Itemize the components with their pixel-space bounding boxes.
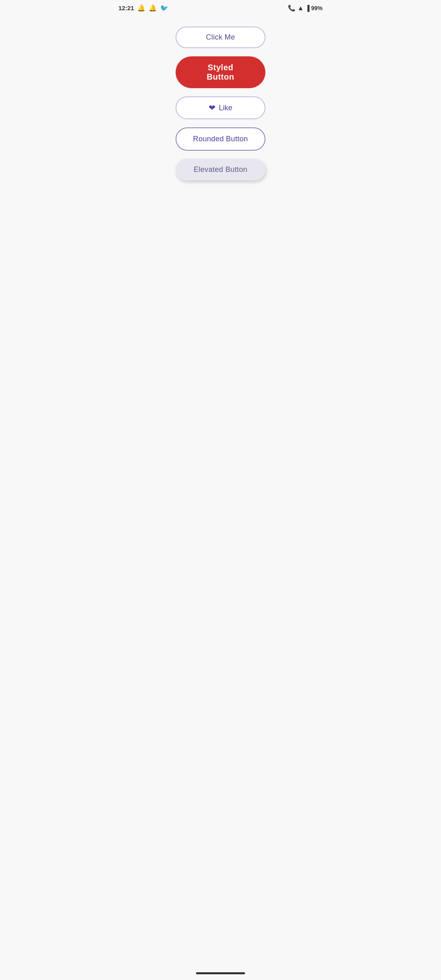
click-me-button[interactable]: Click Me — [176, 27, 265, 48]
notification-icon-2: 🔔 — [149, 4, 157, 12]
status-bar: 12:21 🔔 🔔 🐦 📞 ▲ ▐ 99% — [110, 0, 331, 14]
signal-icon: ▐ — [305, 5, 310, 11]
phone-icon: 📞 — [288, 4, 296, 12]
status-left: 12:21 🔔 🔔 🐦 — [118, 4, 168, 12]
status-time: 12:21 — [118, 4, 134, 11]
like-button-label: Like — [219, 104, 232, 112]
elevated-button[interactable]: Elevated Button — [176, 159, 265, 180]
buttons-container: Click Me Styled Button ❤ Like Rounded Bu… — [110, 14, 331, 197]
styled-button[interactable]: Styled Button — [176, 56, 265, 88]
like-button[interactable]: ❤ Like — [176, 96, 265, 119]
bottom-bar — [110, 968, 331, 980]
rounded-button[interactable]: Rounded Button — [176, 127, 265, 151]
notification-icon-3: 🐦 — [160, 4, 168, 12]
battery-indicator: 99% — [311, 5, 323, 11]
bottom-indicator — [196, 972, 245, 974]
notification-icon-1: 🔔 — [137, 4, 145, 12]
status-right: 📞 ▲ ▐ 99% — [288, 4, 323, 12]
heart-icon: ❤ — [209, 103, 216, 113]
wifi-icon: ▲ — [297, 4, 304, 12]
